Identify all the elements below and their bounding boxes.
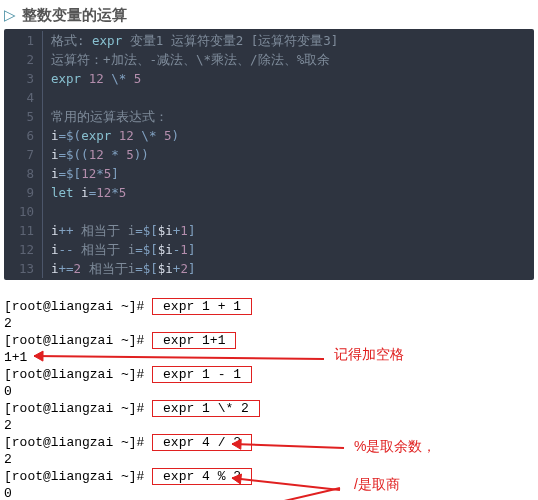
- code-line: 7i=$((12 * 5)): [4, 145, 534, 164]
- code-line: 3expr 12 \* 5: [4, 69, 534, 88]
- terminal-command: [root@liangzai ~]# expr 1 - 1: [4, 366, 534, 383]
- line-number: 3: [4, 69, 43, 88]
- terminal-output-line: 0: [4, 383, 534, 400]
- code-line: 13i+=2 相当于i=$[$i+2]: [4, 259, 534, 278]
- triangle-icon: ▷: [4, 6, 16, 23]
- line-number: 7: [4, 145, 43, 164]
- highlighted-command: expr 4 % 2: [152, 468, 252, 485]
- terminal-output-line: 1+1: [4, 349, 534, 366]
- code-text: i=$(expr 12 \* 5): [51, 126, 534, 145]
- terminal-command: [root@liangzai ~]# expr 4 / 2: [4, 434, 534, 451]
- line-number: 11: [4, 221, 43, 240]
- code-text: i++ 相当于 i=$[$i+1]: [51, 221, 534, 240]
- line-number: 9: [4, 183, 43, 202]
- code-line: 6i=$(expr 12 \* 5): [4, 126, 534, 145]
- code-text: expr 12 \* 5: [51, 69, 534, 88]
- prompt: [root@liangzai ~]#: [4, 435, 152, 450]
- code-line: 10: [4, 202, 534, 221]
- code-text: i=$((12 * 5)): [51, 145, 534, 164]
- code-text: let i=12*5: [51, 183, 534, 202]
- prompt: [root@liangzai ~]#: [4, 469, 152, 484]
- code-line: 12i-- 相当于 i=$[$i-1]: [4, 240, 534, 259]
- highlighted-command: expr 1+1: [152, 332, 236, 349]
- line-number: 8: [4, 164, 43, 183]
- note-spacing: 记得加空格: [334, 346, 404, 363]
- terminal-command: [root@liangzai ~]# expr 1 \* 2: [4, 400, 534, 417]
- code-text: 常用的运算表达式：: [51, 107, 534, 126]
- terminal-output-line: 0: [4, 485, 534, 500]
- code-text: i=$[12*5]: [51, 164, 534, 183]
- terminal-output-line: 2: [4, 315, 534, 332]
- highlighted-command: expr 1 - 1: [152, 366, 252, 383]
- note-modulo: %是取余数，: [354, 438, 436, 455]
- note-division: /是取商: [354, 476, 400, 493]
- terminal-command: [root@liangzai ~]# expr 1+1: [4, 332, 534, 349]
- heading-text: 整数变量的运算: [22, 6, 127, 23]
- code-text: 运算符：+加法、-减法、\*乘法、/除法、%取余: [51, 50, 534, 69]
- code-text: i+=2 相当于i=$[$i+2]: [51, 259, 534, 278]
- highlighted-command: expr 4 / 2: [152, 434, 252, 451]
- prompt: [root@liangzai ~]#: [4, 333, 152, 348]
- code-block: 1格式: expr 变量1 运算符变量2 [运算符变量3]2运算符：+加法、-减…: [4, 29, 534, 280]
- line-number: 1: [4, 31, 43, 50]
- terminal-output: 记得加空格 %是取余数， /是取商 [root@liangzai ~]# exp…: [4, 298, 534, 500]
- code-line: 4: [4, 88, 534, 107]
- section-heading: ▷ 整数变量的运算: [0, 0, 538, 29]
- code-line: 8i=$[12*5]: [4, 164, 534, 183]
- line-number: 13: [4, 259, 43, 278]
- highlighted-command: expr 1 \* 2: [152, 400, 259, 417]
- line-number: 4: [4, 88, 43, 107]
- line-number: 5: [4, 107, 43, 126]
- prompt: [root@liangzai ~]#: [4, 299, 152, 314]
- code-line: 2运算符：+加法、-减法、\*乘法、/除法、%取余: [4, 50, 534, 69]
- terminal-command: [root@liangzai ~]# expr 1 + 1: [4, 298, 534, 315]
- prompt: [root@liangzai ~]#: [4, 367, 152, 382]
- line-number: 10: [4, 202, 43, 221]
- line-number: 12: [4, 240, 43, 259]
- code-line: 1格式: expr 变量1 运算符变量2 [运算符变量3]: [4, 31, 534, 50]
- code-text: i-- 相当于 i=$[$i-1]: [51, 240, 534, 259]
- terminal-output-line: 2: [4, 451, 534, 468]
- code-line: 5常用的运算表达式：: [4, 107, 534, 126]
- prompt: [root@liangzai ~]#: [4, 401, 152, 416]
- line-number: 2: [4, 50, 43, 69]
- code-line: 9let i=12*5: [4, 183, 534, 202]
- terminal-output-line: 2: [4, 417, 534, 434]
- terminal-command: [root@liangzai ~]# expr 4 % 2: [4, 468, 534, 485]
- highlighted-command: expr 1 + 1: [152, 298, 252, 315]
- line-number: 6: [4, 126, 43, 145]
- code-text: 格式: expr 变量1 运算符变量2 [运算符变量3]: [51, 31, 534, 50]
- code-line: 11i++ 相当于 i=$[$i+1]: [4, 221, 534, 240]
